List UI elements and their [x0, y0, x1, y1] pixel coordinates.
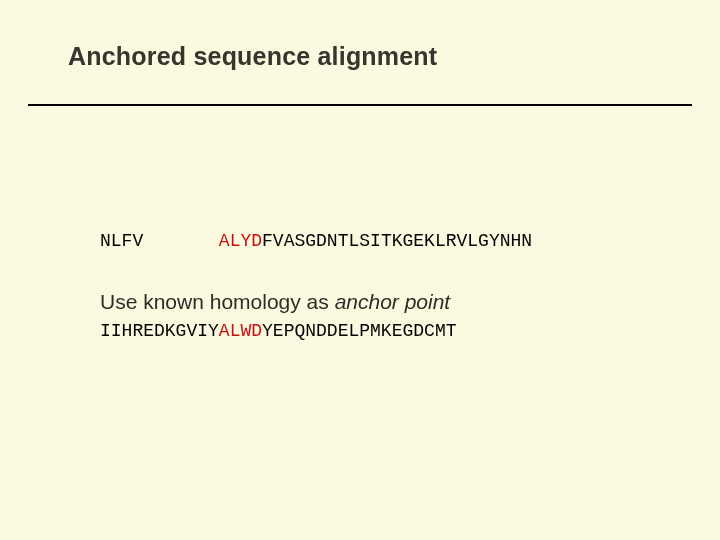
sequence-line-1: NLFV ALYDFVASGDNTLSITKGEKLRVLGYNHN [100, 226, 532, 256]
sequence-line-2: IIHREDKGVIYALWDYEPQNDDELPMKEGDCMT [100, 316, 532, 346]
body-italic: anchor point [335, 290, 451, 313]
body-text: Use known homology as anchor point [100, 290, 450, 314]
slide: Anchored sequence alignment NLFV ALYDFVA… [0, 0, 720, 540]
seq1-post: FVASGDNTLSITKGEKLRVLGYNHN [262, 231, 532, 251]
body-pre: Use known homology as [100, 290, 335, 313]
seq2-anchor: ALWD [219, 321, 262, 341]
seq2-post: YEPQNDDELPMKEGDCMT [262, 321, 456, 341]
seq1-anchor: ALYD [219, 231, 262, 251]
seq2-pre: IIHREDKGVIY [100, 321, 219, 341]
title-underline [28, 104, 692, 106]
slide-title: Anchored sequence alignment [68, 42, 437, 71]
sequence-block: NLFV ALYDFVASGDNTLSITKGEKLRVLGYNHN IIHRE… [100, 166, 532, 406]
seq1-gap [143, 226, 219, 256]
seq1-pre: NLFV [100, 231, 143, 251]
